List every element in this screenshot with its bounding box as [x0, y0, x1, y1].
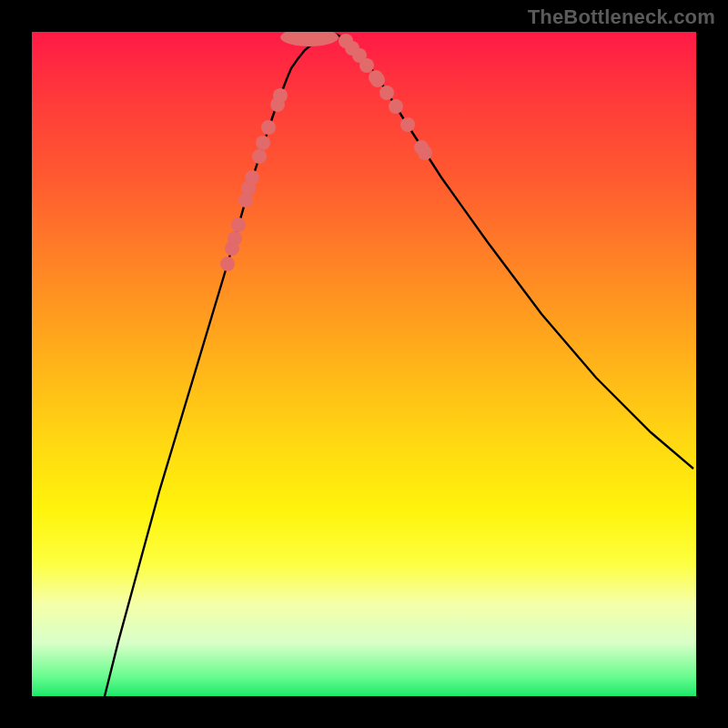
- marker-dot: [220, 257, 235, 271]
- marker-dot: [256, 136, 270, 150]
- bottleneck-curve-svg: [32, 32, 696, 696]
- marker-layer: [220, 32, 432, 271]
- chart-plot-area: [32, 32, 696, 696]
- chart-frame: TheBottleneck.com: [0, 0, 728, 728]
- marker-dot: [389, 99, 403, 114]
- marker-dot: [379, 86, 394, 100]
- marker-dot: [252, 149, 267, 164]
- marker-dot: [261, 120, 276, 135]
- marker-dot: [418, 146, 432, 160]
- marker-dot: [245, 170, 259, 185]
- watermark-text: TheBottleneck.com: [528, 5, 715, 29]
- marker-dot: [273, 88, 288, 103]
- marker-dot: [231, 217, 246, 232]
- marker-pill: [280, 32, 339, 46]
- bottleneck-curve: [105, 35, 693, 696]
- marker-dot: [400, 117, 415, 132]
- marker-dot: [228, 231, 242, 246]
- marker-dot: [359, 58, 374, 73]
- marker-dot: [370, 73, 385, 87]
